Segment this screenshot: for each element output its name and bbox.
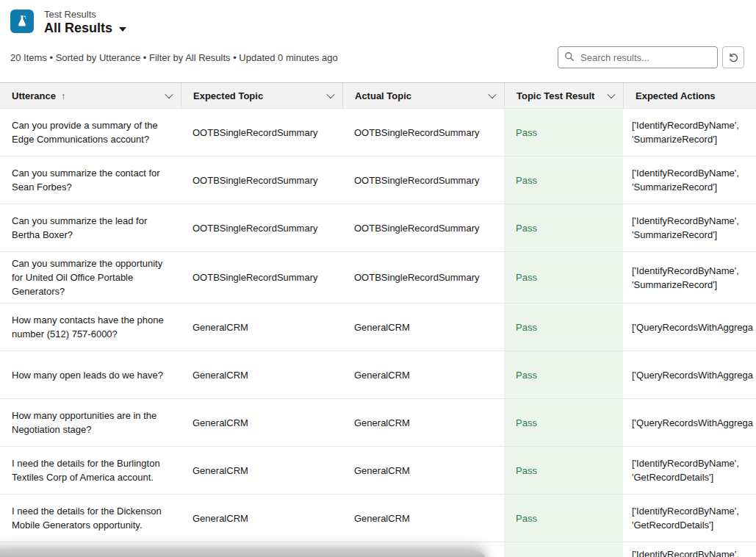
- list-view-selector[interactable]: All Results: [44, 21, 126, 35]
- cell-topic-test-result: Pass: [504, 447, 623, 494]
- column-header-expected-actions[interactable]: Expected Actions: [623, 83, 756, 108]
- caret-down-icon: [119, 27, 126, 32]
- cell-expected-actions: ['QueryRecordsWithAggrega: [623, 412, 756, 434]
- chevron-down-icon: [607, 90, 615, 98]
- cell-expected-topic: GeneralCRM: [181, 507, 342, 530]
- cell-expected-actions: ['IdentifyRecordByName', 'GetRecordDetai…: [623, 452, 756, 489]
- cell-utterance: How many opportunities are in the Negoti…: [0, 404, 181, 441]
- cell-utterance: Can you summarize the opportunity for Un…: [0, 252, 181, 303]
- cell-topic-test-result: Pass: [504, 157, 623, 204]
- cell-expected-topic: GeneralCRM: [181, 316, 342, 339]
- column-header-utterance[interactable]: Utterance ↑: [0, 83, 181, 108]
- column-header-actual-topic[interactable]: Actual Topic: [342, 83, 504, 108]
- cell-expected-topic: OOTBSingleRecordSummary: [181, 121, 342, 144]
- refresh-icon: [728, 52, 739, 63]
- table-row: Can you provide a summary of the Edge Co…: [0, 109, 756, 157]
- docked-panel[interactable]: [0, 550, 486, 557]
- toolbar-controls: [558, 46, 744, 68]
- cell-actual-topic: OOTBSingleRecordSummary: [342, 266, 504, 289]
- cell-actual-topic: GeneralCRM: [342, 459, 504, 482]
- cell-expected-topic: OOTBSingleRecordSummary: [181, 266, 342, 289]
- cell-topic-test-result: Pass: [504, 495, 623, 542]
- search-icon: [564, 51, 575, 62]
- table-row: How many opportunities are in the Negoti…: [0, 399, 756, 447]
- cell-expected-actions: ['IdentifyRecordByName', 'SummarizeRecor…: [623, 259, 756, 296]
- table-row: I need the details for the Burlington Te…: [0, 447, 756, 495]
- table-body: Can you provide a summary of the Edge Co…: [0, 109, 756, 557]
- cell-actual-topic: OOTBSingleRecordSummary: [342, 169, 504, 192]
- cell-expected-topic: GeneralCRM: [181, 412, 342, 434]
- search-input[interactable]: [558, 46, 718, 68]
- column-header-expected-topic[interactable]: Expected Topic: [181, 83, 342, 108]
- cell-utterance: Can you summarize the contact for Sean F…: [0, 162, 181, 198]
- cell-expected-topic: GeneralCRM: [181, 364, 342, 387]
- cell-expected-actions: ['IdentifyRecordByName', 'SummarizeRecor…: [623, 209, 756, 246]
- cell-expected-topic: GeneralCRM: [181, 459, 342, 482]
- cell-utterance: Can you provide a summary of the Edge Co…: [0, 114, 181, 151]
- cell-topic-test-result: Pass: [504, 351, 623, 398]
- table-row: I need the details for the Dickenson Mob…: [0, 495, 756, 542]
- table-row: Can you summarize the contact for Sean F…: [0, 157, 756, 204]
- view-name: All Results: [44, 21, 112, 35]
- cell-expected-actions: ['QueryRecordsWithAggrega: [623, 364, 756, 387]
- cell-actual-topic: GeneralCRM: [342, 507, 504, 530]
- chevron-down-icon: [326, 90, 334, 98]
- cell-utterance: I need the details for the Dickenson Mob…: [0, 500, 181, 536]
- table-row: Can you summarize the lead for Bertha Bo…: [0, 204, 756, 252]
- test-results-list-view: Test Results All Results 20 Items • Sort…: [0, 0, 756, 557]
- table-row: How many open leads do we have? GeneralC…: [0, 351, 756, 399]
- title-block: Test Results All Results: [44, 10, 126, 35]
- cell-expected-actions: ['IdentifyRecordByName', 'SummarizeRecor…: [623, 162, 756, 198]
- cell-expected-topic: OOTBSingleRecordSummary: [181, 217, 342, 240]
- cell-expected-actions: ['IdentifyRecordByName', 'SummarizeRecor…: [623, 114, 756, 151]
- cell-expected-actions: ['IdentifyRecordByName',: [623, 542, 756, 557]
- refresh-button[interactable]: [722, 46, 744, 68]
- object-label: Test Results: [44, 10, 126, 20]
- cell-expected-actions: ['IdentifyRecordByName', 'GetRecordDetai…: [623, 500, 756, 536]
- chevron-down-icon: [165, 90, 173, 98]
- cell-actual-topic: OOTBSingleRecordSummary: [342, 121, 504, 144]
- search-box: [558, 46, 718, 68]
- cell-topic-test-result: Pass: [504, 109, 623, 156]
- cell-actual-topic: GeneralCRM: [342, 364, 504, 387]
- sort-ascending-icon: ↑: [61, 90, 66, 101]
- test-results-object-icon: [10, 10, 34, 33]
- table-header-row: Utterance ↑ Expected Topic Actual Topic …: [0, 82, 756, 109]
- cell-utterance: How many open leads do we have?: [0, 364, 181, 387]
- cell-topic-test-result: [504, 542, 623, 557]
- list-summary: 20 Items • Sorted by Utterance • Filter …: [10, 52, 338, 63]
- cell-topic-test-result: Pass: [504, 204, 623, 251]
- list-toolbar: 20 Items • Sorted by Utterance • Filter …: [0, 46, 756, 68]
- page-header: Test Results All Results: [0, 0, 756, 33]
- flask-icon: [15, 14, 29, 29]
- chevron-down-icon: [488, 90, 496, 98]
- test-results-table: Utterance ↑ Expected Topic Actual Topic …: [0, 82, 756, 557]
- cell-actual-topic: OOTBSingleRecordSummary: [342, 217, 504, 240]
- cell-actual-topic: GeneralCRM: [342, 412, 504, 434]
- table-row: How many contacts have the phone number …: [0, 303, 756, 351]
- cell-topic-test-result: Pass: [504, 303, 623, 351]
- cell-topic-test-result: Pass: [504, 399, 623, 446]
- column-header-topic-test-result[interactable]: Topic Test Result: [504, 83, 623, 108]
- cell-expected-actions: ['QueryRecordsWithAggrega: [623, 316, 756, 339]
- table-row: Can you summarize the opportunity for Un…: [0, 252, 756, 303]
- cell-utterance: How many contacts have the phone number …: [0, 309, 181, 345]
- cell-actual-topic: GeneralCRM: [342, 316, 504, 339]
- cell-topic-test-result: Pass: [504, 252, 623, 303]
- cell-expected-topic: OOTBSingleRecordSummary: [181, 169, 342, 192]
- cell-utterance: I need the details for the Burlington Te…: [0, 452, 181, 489]
- cell-utterance: Can you summarize the lead for Bertha Bo…: [0, 209, 181, 246]
